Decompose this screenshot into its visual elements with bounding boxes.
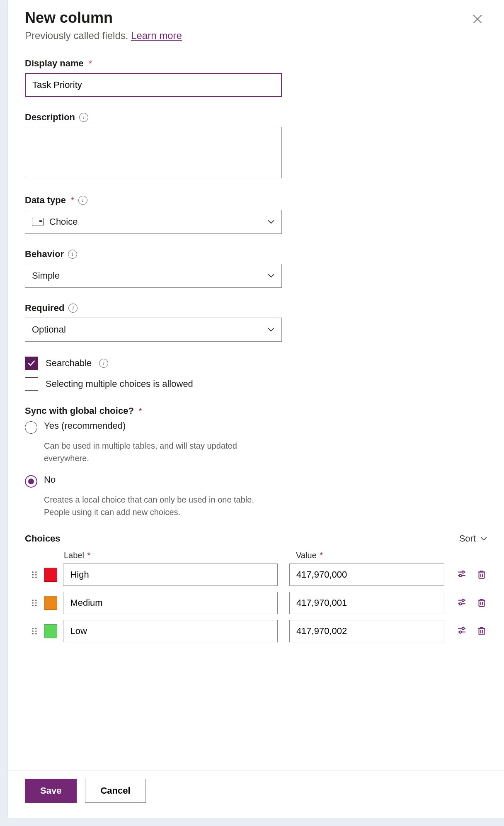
display-name-input[interactable] [25, 73, 282, 97]
display-name-field: Display name * [25, 58, 282, 97]
svg-rect-10 [479, 572, 485, 578]
choice-delete-button[interactable] [476, 625, 487, 637]
choice-delete-button[interactable] [476, 597, 487, 609]
choice-label-input[interactable] [63, 620, 277, 642]
svg-point-27 [35, 628, 37, 629]
choice-value-input[interactable] [289, 592, 444, 614]
sync-no-radio[interactable] [25, 475, 37, 488]
svg-point-34 [462, 627, 464, 629]
svg-point-30 [32, 633, 34, 635]
choice-row [25, 592, 487, 614]
display-name-label: Display name [25, 58, 84, 69]
footer: Save Cancel [8, 770, 504, 818]
svg-rect-36 [479, 629, 485, 635]
cancel-button[interactable]: Cancel [85, 779, 145, 803]
chevron-down-icon [267, 218, 275, 226]
drag-handle[interactable] [25, 571, 44, 579]
choice-type-icon [32, 218, 44, 226]
panel-subtitle: Previously called fields. Learn more [25, 30, 487, 41]
choice-label-input[interactable] [63, 564, 277, 586]
required-select[interactable]: Optional [25, 318, 282, 342]
choice-value-input[interactable] [289, 564, 444, 586]
multiselect-row: Selecting multiple choices is allowed [25, 377, 282, 391]
form-body: Display name * Description i Data type *… [8, 46, 282, 518]
svg-point-8 [462, 571, 464, 573]
data-type-field: Data type * i Choice [25, 195, 282, 234]
info-icon[interactable]: i [68, 304, 78, 313]
svg-point-29 [35, 630, 37, 632]
close-icon [473, 15, 482, 24]
choice-settings-button[interactable] [456, 625, 468, 637]
svg-point-31 [35, 633, 37, 635]
svg-point-9 [459, 574, 461, 576]
chevron-down-icon [267, 326, 275, 333]
svg-point-26 [32, 628, 34, 629]
color-swatch[interactable] [44, 596, 58, 610]
multiselect-checkbox[interactable] [25, 377, 38, 391]
searchable-checkbox[interactable] [25, 357, 38, 370]
behavior-label: Behavior [25, 249, 64, 260]
svg-point-28 [32, 630, 34, 632]
description-input[interactable] [25, 127, 282, 178]
svg-point-3 [35, 574, 37, 576]
svg-point-22 [459, 602, 461, 605]
required-marker: * [71, 196, 74, 205]
info-icon[interactable]: i [79, 113, 88, 122]
choices-title: Choices [25, 533, 61, 544]
color-swatch[interactable] [44, 624, 58, 638]
behavior-field: Behavior i Simple [25, 249, 282, 288]
svg-point-2 [32, 574, 34, 576]
sort-button[interactable]: Sort [459, 533, 487, 544]
choice-rows [25, 564, 487, 642]
svg-point-0 [32, 571, 34, 573]
color-swatch[interactable] [44, 568, 58, 582]
info-icon[interactable]: i [68, 250, 77, 259]
learn-more-link[interactable]: Learn more [131, 30, 182, 41]
svg-point-35 [459, 631, 461, 633]
svg-point-14 [35, 600, 37, 601]
info-icon[interactable]: i [78, 196, 87, 205]
close-button[interactable] [471, 12, 484, 26]
sync-label: Sync with global choice? [25, 406, 134, 416]
behavior-select[interactable]: Simple [25, 264, 282, 288]
drag-handle[interactable] [25, 627, 44, 635]
sync-no-desc: Creates a local choice that can only be … [44, 493, 276, 518]
panel-header: New column Previously called fields. Lea… [8, 0, 504, 46]
chevron-down-icon [267, 272, 275, 279]
data-type-value: Choice [49, 216, 78, 227]
sync-yes-desc: Can be used in multiple tables, and will… [44, 440, 276, 464]
svg-point-13 [32, 600, 34, 601]
svg-point-17 [32, 605, 34, 607]
choice-row [25, 620, 487, 642]
sort-label: Sort [459, 533, 476, 544]
description-label: Description [25, 112, 75, 123]
required-label: Required [25, 303, 64, 313]
svg-point-1 [35, 571, 37, 573]
sync-yes-label: Yes (recommended) [44, 420, 126, 431]
searchable-label: Searchable [46, 358, 92, 369]
info-icon[interactable]: i [99, 359, 108, 368]
searchable-row: Searchable i [25, 357, 282, 370]
choice-settings-button[interactable] [456, 597, 468, 609]
sync-yes-radio[interactable] [25, 421, 37, 434]
multiselect-label: Selecting multiple choices is allowed [46, 379, 193, 389]
data-type-label: Data type [25, 195, 66, 206]
sync-no-label: No [44, 474, 56, 485]
required-marker: * [87, 551, 91, 560]
drag-handle[interactable] [25, 599, 44, 607]
choice-settings-button[interactable] [456, 569, 468, 581]
required-field: Required i Optional [25, 303, 282, 342]
choices-section: Choices Sort Label * Value * [8, 533, 504, 642]
required-value: Optional [32, 324, 66, 335]
choice-delete-button[interactable] [476, 569, 487, 581]
svg-point-16 [35, 602, 37, 604]
choice-value-input[interactable] [289, 620, 444, 642]
panel-title: New column [25, 9, 487, 27]
svg-point-15 [32, 602, 34, 604]
choice-label-input[interactable] [63, 592, 277, 614]
data-type-select[interactable]: Choice [25, 210, 282, 234]
new-column-panel: New column Previously called fields. Lea… [8, 0, 504, 818]
sync-radio-group: Yes (recommended) Can be used in multipl… [25, 420, 282, 518]
save-button[interactable]: Save [25, 779, 77, 803]
check-icon [27, 359, 36, 367]
